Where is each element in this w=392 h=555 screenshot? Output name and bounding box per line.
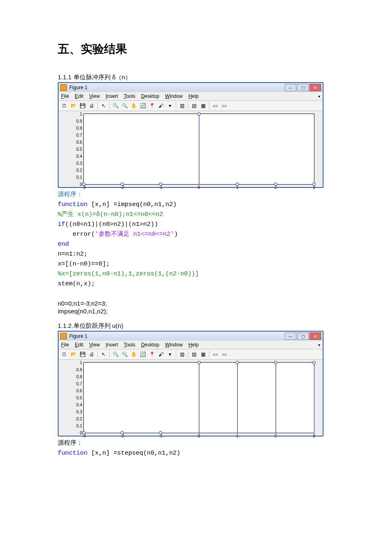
undock-icon[interactable]: ▭ xyxy=(220,102,228,109)
y-tick-label: 0.3 xyxy=(70,161,84,166)
close-button[interactable]: ✕ xyxy=(309,332,321,340)
menu-help[interactable]: Help xyxy=(189,342,199,348)
rotate-icon[interactable]: 🔄 xyxy=(139,351,147,358)
maximize-button[interactable]: ▢ xyxy=(297,84,309,91)
menu-edit[interactable]: Edit xyxy=(75,93,83,99)
menu-insert[interactable]: Insert xyxy=(106,342,118,348)
caption-2: 1.1.2.单位阶跃序列 u(n) xyxy=(58,322,342,330)
colorbar-icon[interactable]: ▥ xyxy=(178,102,186,109)
src-label-2: 源程序： xyxy=(58,439,342,447)
new-icon[interactable]: 🗋 xyxy=(60,102,68,109)
menu-desktop[interactable]: Desktop xyxy=(141,93,159,99)
print-icon[interactable]: 🖨 xyxy=(87,351,96,358)
code-block-1: function [x,n] =impseq(n0,n1,n2) %产生 x(n… xyxy=(58,200,342,289)
open-icon[interactable]: 📂 xyxy=(69,102,78,109)
brush-icon[interactable]: 🖌 xyxy=(157,351,165,358)
rotate-icon[interactable]: 🔄 xyxy=(139,102,147,109)
menubar[interactable]: File Edit View Insert Tools Desktop Wind… xyxy=(59,92,323,101)
y-tick-label: 0.5 xyxy=(70,147,84,152)
menu-window[interactable]: Window xyxy=(165,342,183,348)
x-tick-label: 0 xyxy=(198,184,200,190)
y-tick-label: 0.2 xyxy=(70,168,84,173)
menu-window[interactable]: Window xyxy=(165,93,183,99)
stem-marker xyxy=(274,183,277,186)
menu-overflow-icon[interactable]: ▾ xyxy=(318,343,320,347)
matlab-figure-icon xyxy=(60,84,67,91)
axes-icon[interactable]: ▦ xyxy=(199,351,207,358)
y-tick-label: 0.1 xyxy=(70,175,84,180)
datacursor-icon[interactable]: 📍 xyxy=(148,351,156,358)
y-tick-label: 0.7 xyxy=(70,133,84,138)
zoom-out-icon[interactable]: 🔍 xyxy=(120,102,129,109)
legend-icon[interactable]: ▤ xyxy=(190,351,198,358)
y-tick-label: 0.4 xyxy=(70,403,84,407)
link-icon[interactable]: ▾ xyxy=(166,102,174,109)
zoom-out-icon[interactable]: 🔍 xyxy=(120,351,129,358)
y-tick-label: 0.8 xyxy=(70,375,84,379)
menu-tools[interactable]: Tools xyxy=(124,93,135,99)
brush-icon[interactable]: 🖌 xyxy=(157,102,165,109)
dock-icon[interactable]: ▭ xyxy=(211,102,219,109)
minimize-button[interactable]: — xyxy=(285,84,296,91)
stem-marker xyxy=(197,112,201,116)
menubar[interactable]: File Edit View Insert Tools Desktop Wind… xyxy=(59,341,323,349)
axes-2[interactable]: 10.90.80.70.60.50.40.30.20.10-3-2-10123 xyxy=(83,362,314,433)
menu-insert[interactable]: Insert xyxy=(106,93,118,99)
save-icon[interactable]: 💾 xyxy=(78,102,87,109)
maximize-button[interactable]: ▢ xyxy=(297,332,309,340)
colorbar-icon[interactable]: ▥ xyxy=(178,351,186,358)
window-title: Figure 1 xyxy=(69,333,285,339)
zoom-in-icon[interactable]: 🔍 xyxy=(111,102,120,109)
call-code-1: n0=0;n1=-3;n2=3; xyxy=(58,300,342,307)
axes-1[interactable]: 10.90.80.70.60.50.40.30.20.10-3-2-10123 xyxy=(83,114,314,185)
x-tick-label: 0 xyxy=(198,433,200,438)
save-icon[interactable]: 💾 xyxy=(78,351,87,358)
stem-marker xyxy=(82,431,85,434)
x-tick-label: 2 xyxy=(274,433,277,438)
menu-view[interactable]: View xyxy=(89,342,100,348)
stem-line xyxy=(276,363,276,433)
y-tick-label: 0.5 xyxy=(70,396,84,400)
zoom-in-icon[interactable]: 🔍 xyxy=(111,351,120,358)
menu-view[interactable]: View xyxy=(89,93,100,99)
x-tick-label: 3 xyxy=(313,433,315,438)
dock-icon[interactable]: ▭ xyxy=(211,351,219,358)
menu-overflow-icon[interactable]: ▾ xyxy=(318,94,320,99)
axes-icon[interactable]: ▦ xyxy=(199,102,207,109)
undock-icon[interactable]: ▭ xyxy=(220,351,228,358)
minimize-button[interactable]: — xyxy=(285,332,296,340)
link-icon[interactable]: ▾ xyxy=(166,351,174,358)
datacursor-icon[interactable]: 📍 xyxy=(148,102,156,109)
stem-marker xyxy=(159,183,162,186)
close-button[interactable]: ✕ xyxy=(309,84,321,91)
y-tick-label: 0.9 xyxy=(70,368,84,372)
pointer-icon[interactable]: ↖ xyxy=(99,351,108,358)
titlebar[interactable]: Figure 1 — ▢ ✕ xyxy=(59,332,323,341)
matlab-figure-icon xyxy=(60,333,67,339)
pan-icon[interactable]: ✋ xyxy=(130,102,138,109)
stem-marker xyxy=(312,183,316,186)
stem-marker xyxy=(312,361,316,364)
menu-help[interactable]: Help xyxy=(189,93,199,99)
toolbar[interactable]: 🗋 📂 💾 🖨 ↖ 🔍 🔍 ✋ 🔄 📍 🖌 ▾ ▥ ▤ ▦ ▭ ▭ xyxy=(59,101,323,111)
menu-file[interactable]: File xyxy=(61,93,69,99)
y-tick-label: 1 xyxy=(70,361,84,365)
open-icon[interactable]: 📂 xyxy=(69,351,78,358)
menu-desktop[interactable]: Desktop xyxy=(141,342,159,348)
print-icon[interactable]: 🖨 xyxy=(87,102,96,109)
new-icon[interactable]: 🗋 xyxy=(60,351,68,358)
figure-window-1: Figure 1 — ▢ ✕ File Edit View Insert Too… xyxy=(58,82,324,188)
menu-edit[interactable]: Edit xyxy=(75,342,83,348)
stem-line xyxy=(199,114,199,184)
toolbar[interactable]: 🗋 📂 💾 🖨 ↖ 🔍 🔍 ✋ 🔄 📍 🖌 ▾ ▥ ▤ ▦ ▭ ▭ xyxy=(59,349,323,360)
code-block-2: function [x,n] =stepseq(n0,n1,n2) xyxy=(58,448,342,458)
y-tick-label: 0.8 xyxy=(70,126,84,130)
legend-icon[interactable]: ▤ xyxy=(190,102,198,109)
pointer-icon[interactable]: ↖ xyxy=(99,102,108,109)
menu-tools[interactable]: Tools xyxy=(124,342,135,348)
titlebar[interactable]: Figure 1 — ▢ ✕ xyxy=(59,83,323,92)
stem-marker xyxy=(120,183,124,186)
menu-file[interactable]: File xyxy=(61,342,69,348)
pan-icon[interactable]: ✋ xyxy=(130,351,138,358)
y-tick-label: 0.1 xyxy=(70,424,84,428)
